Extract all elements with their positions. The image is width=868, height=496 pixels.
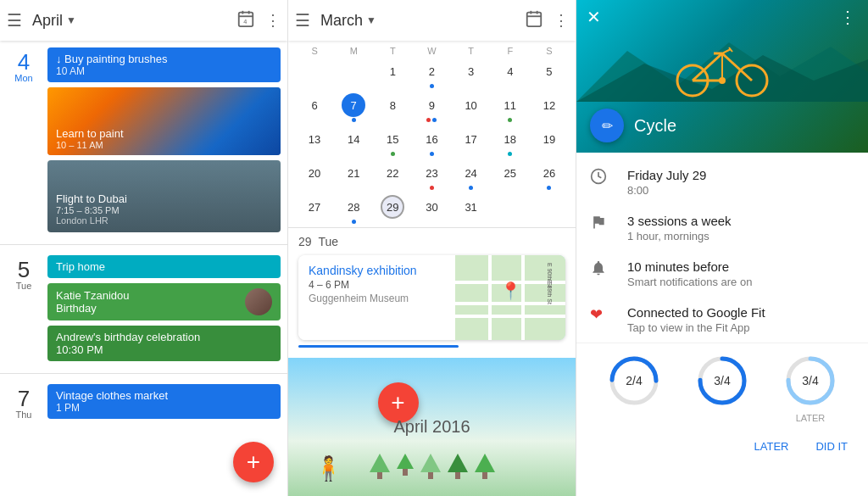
event-trip-home[interactable]: Trip home bbox=[47, 255, 281, 278]
calendar-icon[interactable]: 4 bbox=[236, 9, 255, 32]
bell-icon bbox=[590, 259, 617, 276]
day-number-5: 5 bbox=[18, 259, 30, 281]
more-icon[interactable]: ⋮ bbox=[265, 11, 281, 30]
event-vintage-market[interactable]: Vintage clothes market 1 PM bbox=[47, 384, 281, 419]
cal-day-29-selected[interactable]: 29 bbox=[373, 193, 412, 226]
cal-day-15[interactable]: 15 bbox=[373, 125, 412, 158]
chevron-down-icon: ▼ bbox=[66, 14, 76, 26]
event-learn-to-paint[interactable]: Learn to paint 10 – 11 AM bbox=[47, 87, 281, 155]
cal-day-2[interactable]: 2 bbox=[412, 58, 451, 90]
svg-point-20 bbox=[719, 77, 726, 84]
detail-title-bar: ✏ Cycle bbox=[576, 102, 868, 153]
circle-3: 3/4 LATER bbox=[783, 354, 837, 423]
cal-day-empty bbox=[530, 193, 569, 226]
clock-icon bbox=[590, 168, 617, 185]
more-button[interactable]: ⋮ bbox=[839, 7, 858, 27]
menu-icon[interactable]: ☰ bbox=[7, 10, 22, 31]
event-progress-bar bbox=[298, 345, 565, 348]
cal-day-6[interactable]: 6 bbox=[295, 92, 334, 124]
svg-text:4: 4 bbox=[243, 17, 247, 25]
dow-wed: W bbox=[412, 46, 451, 56]
cal-day-18[interactable]: 18 bbox=[491, 125, 530, 158]
month-title-button[interactable]: April ▼ bbox=[32, 12, 236, 30]
event-buy-painting[interactable]: ↓ Buy painting brushes 10 AM bbox=[47, 47, 281, 82]
cal-day-19[interactable]: 19 bbox=[530, 125, 569, 158]
edit-button[interactable]: ✏ bbox=[590, 109, 624, 142]
month-title-button[interactable]: March ▼ bbox=[320, 12, 525, 30]
dow-thu: T bbox=[452, 46, 491, 56]
cal-week-5: 27 28 29 30 31 bbox=[295, 193, 569, 226]
cal-day-30[interactable]: 30 bbox=[412, 193, 451, 226]
cal-week-4: 20 21 22 23 24 25 26 bbox=[295, 159, 569, 192]
cal-day-8[interactable]: 8 bbox=[373, 92, 412, 124]
detail-body: Friday July 29 8:00 3 sessions a week 1 … bbox=[576, 153, 868, 496]
month-title: March bbox=[320, 12, 363, 30]
day-number-block-4: 4 Mon bbox=[0, 47, 47, 83]
cal-day-28[interactable]: 28 bbox=[334, 193, 373, 226]
detail-fit-row[interactable]: ❤ Connected to Google Fit Tap to view in… bbox=[576, 297, 868, 343]
chevron-down-icon: ▼ bbox=[366, 14, 376, 26]
more-icon[interactable]: ⋮ bbox=[554, 11, 569, 30]
add-event-fab[interactable]: + bbox=[233, 442, 274, 482]
events-col-4: ↓ Buy painting brushes 10 AM Learn to pa… bbox=[47, 47, 287, 237]
cal-day-26[interactable]: 26 bbox=[530, 159, 569, 192]
circle-1: 2/4 bbox=[607, 354, 661, 423]
day-number-4: 4 bbox=[18, 51, 30, 73]
event-katie-birthday[interactable]: Katie Tzanidou Birthday bbox=[47, 283, 281, 320]
cal-day-17[interactable]: 17 bbox=[452, 125, 491, 158]
april-illustration: April 2016 🧍 + bbox=[288, 358, 576, 496]
event-card[interactable]: Kandinsky exhibition 4 – 6 PM Guggenheim… bbox=[298, 255, 565, 340]
month-view-panel: ☰ March ▼ ⋮ S M T W T F S 1 2 3 bbox=[288, 0, 576, 496]
day-name: Tue bbox=[318, 235, 338, 248]
cal-day-22[interactable]: 22 bbox=[373, 159, 412, 192]
cal-day-14[interactable]: 14 bbox=[334, 125, 373, 158]
day-label-7: Thu bbox=[16, 410, 32, 420]
cal-day-1[interactable]: 1 bbox=[373, 58, 412, 90]
cal-day-20[interactable]: 20 bbox=[295, 159, 334, 192]
edit-icon: ✏ bbox=[602, 118, 613, 134]
cal-day-27[interactable]: 27 bbox=[295, 193, 334, 226]
detail-toolbar: ✕ ⋮ bbox=[576, 0, 868, 34]
illustration-trees bbox=[370, 454, 495, 479]
svg-text:2/4: 2/4 bbox=[626, 374, 643, 387]
calendar-icon[interactable] bbox=[525, 9, 543, 32]
cal-day-24[interactable]: 24 bbox=[452, 159, 491, 192]
cal-week-3: 13 14 15 16 17 18 19 bbox=[295, 125, 569, 158]
cal-day-5[interactable]: 5 bbox=[530, 58, 569, 90]
cal-day-empty[interactable] bbox=[295, 58, 334, 90]
event-flight-dubai[interactable]: Flight to Dubai 7:15 – 8:35 PM London LH… bbox=[47, 160, 281, 232]
progress-circles: 2/4 3/4 3/4 LATER bbox=[576, 343, 868, 433]
cal-day-31[interactable]: 31 bbox=[452, 193, 491, 226]
progress-circle-2: 3/4 bbox=[695, 354, 749, 408]
cal-day-4[interactable]: 4 bbox=[491, 58, 530, 90]
event-title: Learn to paint bbox=[56, 127, 124, 140]
cal-day-empty bbox=[491, 193, 530, 226]
flag-icon bbox=[590, 214, 617, 231]
progress-circle-3: 3/4 bbox=[783, 354, 837, 408]
event-title: Cycle bbox=[634, 116, 676, 136]
cal-day-13[interactable]: 13 bbox=[295, 125, 334, 158]
cal-week-2: 6 7 8 9 10 11 12 bbox=[295, 92, 569, 124]
reminder-sub: Smart notifications are on bbox=[627, 276, 752, 288]
event-time: 10 – 11 AM bbox=[56, 140, 124, 150]
cal-day-7-today[interactable]: 7 bbox=[334, 92, 373, 124]
cal-day-21[interactable]: 21 bbox=[334, 159, 373, 192]
detail-date-row: Friday July 29 8:00 bbox=[576, 159, 868, 205]
day-number-block-5: 5 Tue bbox=[0, 255, 47, 291]
cal-day-9[interactable]: 9 bbox=[412, 92, 451, 124]
menu-icon[interactable]: ☰ bbox=[295, 10, 310, 31]
cal-day-16[interactable]: 16 bbox=[412, 125, 451, 158]
cal-day-11[interactable]: 11 bbox=[491, 92, 530, 124]
cal-day-25[interactable]: 25 bbox=[491, 159, 530, 192]
cal-day-12[interactable]: 12 bbox=[530, 92, 569, 124]
cal-day-3[interactable]: 3 bbox=[452, 58, 491, 90]
later-button[interactable]: LATER bbox=[748, 437, 796, 456]
event-andrew-birthday[interactable]: Andrew's birthday celebration 10:30 PM bbox=[47, 326, 281, 361]
close-button[interactable]: ✕ bbox=[587, 7, 601, 27]
cal-day-empty[interactable] bbox=[334, 58, 373, 90]
event-title: Katie Tzanidou bbox=[56, 289, 130, 302]
cal-day-23[interactable]: 23 bbox=[412, 159, 451, 192]
cal-day-10[interactable]: 10 bbox=[452, 92, 491, 124]
svg-line-17 bbox=[722, 49, 731, 53]
did-it-button[interactable]: DID IT bbox=[809, 437, 854, 456]
